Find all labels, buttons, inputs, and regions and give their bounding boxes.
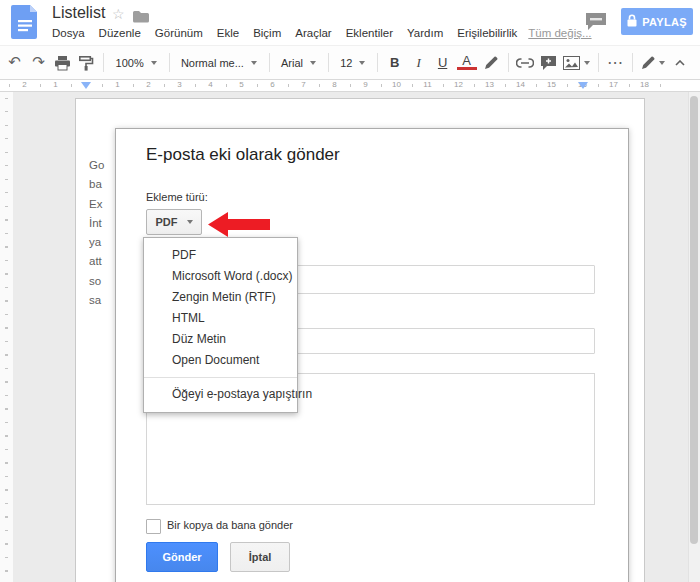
font-family-select[interactable]: Arial [274, 52, 323, 74]
insert-image-icon[interactable] [562, 52, 592, 74]
menu-item-6[interactable]: Eklentiler [339, 25, 400, 41]
share-button[interactable]: PAYLAŞ [621, 8, 693, 35]
ruler-number-11: 9 [350, 79, 381, 91]
italic-button[interactable]: I [408, 52, 430, 74]
cancel-button[interactable]: İptal [230, 542, 290, 572]
left-indent-marker[interactable] [81, 82, 91, 89]
ruler-number-16: 14 [505, 79, 536, 91]
send-button[interactable]: Gönder [146, 542, 218, 572]
menu-item-7[interactable]: Yardım [400, 25, 450, 41]
ruler-number-19: 17 [598, 79, 629, 91]
attachment-type-option-1[interactable]: Microsoft Word (.docx) [144, 266, 297, 287]
ruler-number-5: 3 [164, 79, 195, 91]
more-options-button[interactable]: ⋯ [604, 52, 626, 74]
chevron-down-icon [187, 220, 193, 224]
document-text-line-4: ya [89, 233, 104, 252]
chevron-down-icon [584, 61, 590, 65]
star-icon[interactable]: ☆ [112, 6, 125, 22]
attachment-type-option-4[interactable]: Düz Metin [144, 329, 297, 350]
ruler-number-9: 7 [288, 79, 319, 91]
ruler-number-0: 2 [9, 79, 40, 91]
chevron-down-icon [310, 61, 316, 65]
horizontal-ruler: 21123456789101112131415161718 [0, 79, 700, 92]
ruler-number-13: 11 [412, 79, 443, 91]
menu-item-4[interactable]: Biçim [246, 25, 288, 41]
menu-item-3[interactable]: Ekle [210, 25, 246, 41]
chevron-down-icon [251, 61, 257, 65]
header: Listelist ☆ DosyaDüzenleGörünümEkleBiçim… [0, 0, 700, 45]
document-text-line-5: att [89, 252, 104, 271]
ruler-number-14: 12 [443, 79, 474, 91]
chevron-down-icon [151, 61, 157, 65]
ruler-number-6: 4 [195, 79, 226, 91]
ruler-number-8: 6 [257, 79, 288, 91]
ruler-number-12: 10 [381, 79, 412, 91]
chevron-down-icon [659, 61, 665, 65]
right-indent-marker[interactable] [578, 82, 588, 89]
document-text: GobaExİntyaattsosa [89, 156, 104, 310]
ruler-number-3: 1 [102, 79, 133, 91]
lock-icon [627, 14, 637, 29]
undo-icon[interactable]: ↶ [3, 52, 25, 74]
redo-icon[interactable]: ↷ [27, 52, 49, 74]
copy-to-self-label: Bir kopya da bana gönder [167, 519, 293, 531]
ruler-number-10: 8 [319, 79, 350, 91]
google-docs-app: Listelist ☆ DosyaDüzenleGörünümEkleBiçim… [0, 0, 700, 582]
print-icon[interactable] [51, 52, 73, 74]
ruler-number-4: 2 [133, 79, 164, 91]
insert-link-icon[interactable] [514, 52, 536, 74]
text-color-button[interactable]: A [456, 52, 478, 74]
menu-item-1[interactable]: Düzenle [92, 25, 148, 41]
scrollbar-thumb[interactable] [690, 96, 698, 544]
bold-button[interactable]: B [384, 52, 406, 74]
ruler-number-17: 15 [536, 79, 567, 91]
share-button-label: PAYLAŞ [642, 16, 687, 28]
zoom-select[interactable]: 100% [109, 52, 164, 74]
hide-menus-icon[interactable] [669, 52, 691, 74]
document-text-line-0: Go [89, 156, 104, 175]
menu-item-5[interactable]: Araçlar [288, 25, 338, 41]
attachment-type-select[interactable]: PDF [146, 209, 202, 235]
menu-item-0[interactable]: Dosya [45, 25, 92, 41]
underline-button[interactable]: U [432, 52, 454, 74]
copy-to-self-checkbox[interactable] [146, 519, 161, 534]
paint-format-icon[interactable] [75, 52, 97, 74]
document-title[interactable]: Listelist [52, 4, 105, 22]
document-text-line-3: İnt [89, 214, 104, 233]
paste-into-email-option[interactable]: Öğeyi e-postaya yapıştırın [144, 384, 297, 405]
vertical-ruler [0, 92, 13, 582]
menu-item-2[interactable]: Görünüm [148, 25, 210, 41]
ruler-number-7: 5 [226, 79, 257, 91]
paragraph-style-select[interactable]: Normal me... [174, 52, 264, 74]
attachment-type-option-0[interactable]: PDF [144, 245, 297, 266]
last-edit-link[interactable]: Tüm değiş... [528, 27, 591, 39]
attachment-type-option-5[interactable]: Open Document [144, 350, 297, 371]
ruler-number-20: 18 [629, 79, 660, 91]
menubar: DosyaDüzenleGörünümEkleBiçimAraçlarEklen… [45, 25, 592, 41]
attachment-type-value: PDF [156, 216, 178, 228]
document-text-line-6: so [89, 272, 104, 291]
attachment-type-option-3[interactable]: HTML [144, 308, 297, 329]
document-text-line-7: sa [89, 291, 104, 310]
add-comment-icon[interactable] [538, 52, 560, 74]
attachment-type-option-2[interactable]: Zengin Metin (RTF) [144, 287, 297, 308]
menu-item-8[interactable]: Erişilebilirlik [450, 25, 524, 41]
ruler-number-15: 13 [474, 79, 505, 91]
menu-separator [144, 377, 297, 378]
comments-icon[interactable] [584, 11, 608, 35]
highlight-color-icon[interactable] [480, 52, 502, 74]
ruler-number-1: 1 [40, 79, 71, 91]
font-size-select[interactable]: 12 [333, 52, 372, 74]
document-text-line-2: Ex [89, 195, 104, 214]
toolbar: ↶ ↷ 100% Normal me... Arial 12 B I U A [0, 45, 700, 80]
chevron-down-icon [359, 61, 365, 65]
dialog-title: E-posta eki olarak gönder [146, 145, 340, 165]
attachment-type-menu: PDFMicrosoft Word (.docx)Zengin Metin (R… [143, 237, 298, 413]
scrollbar [688, 92, 700, 582]
editing-mode-icon[interactable] [638, 52, 668, 74]
docs-logo-icon[interactable] [11, 5, 39, 43]
attachment-type-label: Ekleme türü: [146, 191, 208, 203]
document-text-line-1: ba [89, 175, 104, 194]
